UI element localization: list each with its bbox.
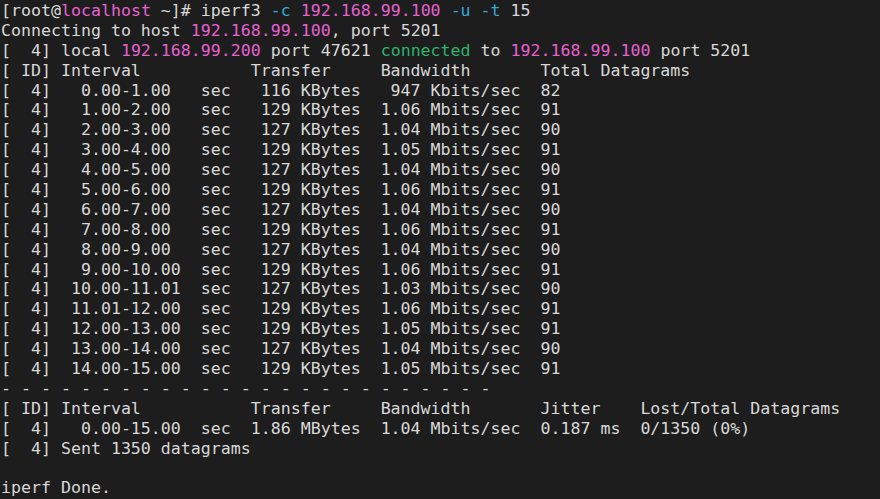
interval-row-line: [ 4] 11.01-12.00 sec 129 KBytes 1.06 Mbi… [1,299,880,319]
connected-status: connected [381,41,471,60]
interval-row-line: [ 4] 3.00-4.00 sec 129 KBytes 1.05 Mbits… [1,140,880,160]
prompt-hostname: localhost [61,1,151,20]
local-port: port 47621 [261,41,381,60]
summary-header-line: [ ID] Interval Transfer Bandwidth Jitter… [1,399,880,419]
space [471,1,481,20]
blank-line [1,458,880,478]
flag-time: -t [481,1,501,20]
connecting-port: , port 5201 [331,21,441,40]
interval-row-line: [ 4] 1.00-2.00 sec 129 KBytes 1.06 Mbits… [1,100,880,120]
interval-row-line: [ 4] 12.00-13.00 sec 129 KBytes 1.05 Mbi… [1,319,880,339]
interval-row-line: [ 4] 13.00-14.00 sec 127 KBytes 1.04 Mbi… [1,339,880,359]
socket-id: [ 4] local [1,41,121,60]
server-ip: 192.168.99.100 [191,21,331,40]
table-header-line: [ ID] Interval Transfer Bandwidth Total … [1,61,880,81]
separator-line: - - - - - - - - - - - - - - - - - - - - … [1,379,880,399]
done-line: iperf Done. [1,478,880,498]
interval-row-line: [ 4] 6.00-7.00 sec 127 KBytes 1.04 Mbits… [1,200,880,220]
interval-row-line: [ 4] 8.00-9.00 sec 127 KBytes 1.04 Mbits… [1,240,880,260]
interval-row-line: [ 4] 4.00-5.00 sec 127 KBytes 1.04 Mbits… [1,160,880,180]
prompt-prefix: [root@ [1,1,61,20]
interval-row-line: [ 4] 0.00-1.00 sec 116 KBytes 947 Kbits/… [1,81,880,101]
command-line: [root@localhost ~]# iperf3 -c 192.168.99… [1,1,880,21]
terminal-screen[interactable]: [root@localhost ~]# iperf3 -c 192.168.99… [0,0,880,499]
time-value: 15 [501,1,531,20]
connection-line: [ 4] local 192.168.99.200 port 47621 con… [1,41,880,61]
to-text: to [471,41,511,60]
interval-row-line: [ 4] 9.00-10.00 sec 129 KBytes 1.06 Mbit… [1,260,880,280]
interval-row-line: [ 4] 2.00-3.00 sec 127 KBytes 1.04 Mbits… [1,120,880,140]
server-port: port 5201 [650,41,750,60]
server-ip: 192.168.99.100 [511,41,651,60]
sent-datagrams-line: [ 4] Sent 1350 datagrams [1,439,880,459]
local-ip: 192.168.99.200 [121,41,261,60]
flag-udp: -u [451,1,471,20]
interval-row-line: [ 4] 5.00-6.00 sec 129 KBytes 1.06 Mbits… [1,180,880,200]
interval-row-line: [ 4] 7.00-8.00 sec 129 KBytes 1.06 Mbits… [1,220,880,240]
server-ip: 192.168.99.100 [301,1,441,20]
connecting-text: Connecting to host [1,21,191,40]
summary-row-line: [ 4] 0.00-15.00 sec 1.86 MBytes 1.04 Mbi… [1,419,880,439]
flag-client: -c [271,1,291,20]
space [291,1,301,20]
interval-row-line: [ 4] 14.00-15.00 sec 129 KBytes 1.05 Mbi… [1,359,880,379]
prompt-suffix-and-command: ~]# iperf3 [151,1,271,20]
connecting-line: Connecting to host 192.168.99.100, port … [1,21,880,41]
interval-row-line: [ 4] 10.00-11.01 sec 127 KBytes 1.03 Mbi… [1,279,880,299]
space [441,1,451,20]
terminal-output: [root@localhost ~]# iperf3 -c 192.168.99… [1,1,880,498]
